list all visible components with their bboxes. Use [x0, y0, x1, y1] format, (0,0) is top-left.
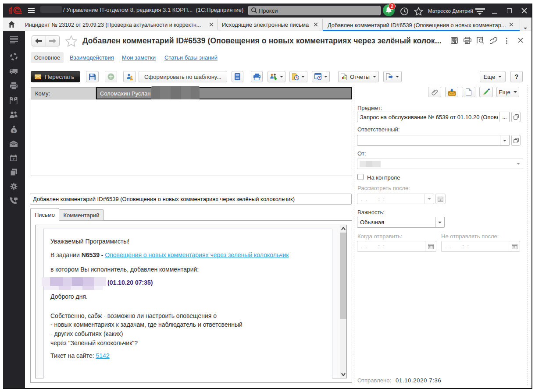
svg-text:$: $	[13, 129, 15, 133]
svg-text:7: 7	[13, 157, 15, 161]
